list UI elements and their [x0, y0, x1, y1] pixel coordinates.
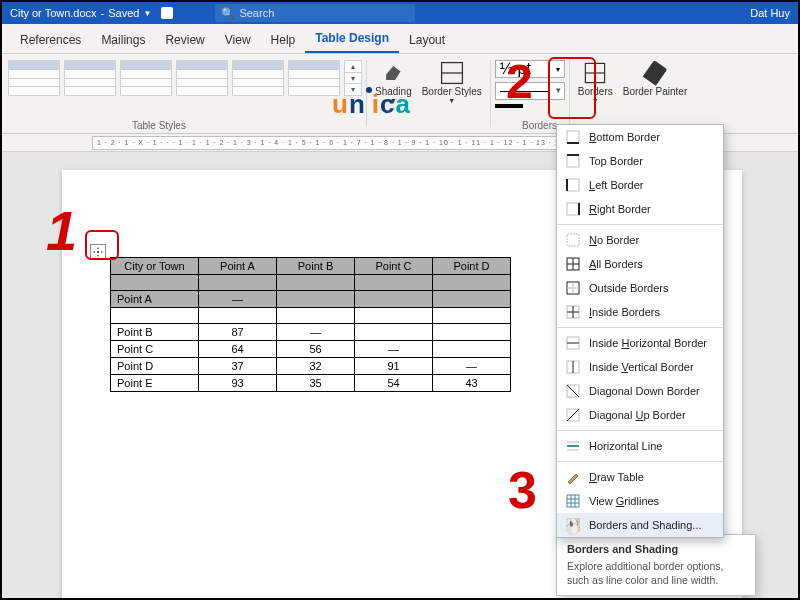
- save-icon[interactable]: [161, 7, 173, 19]
- menu-item-hline[interactable]: Horizontal Line: [557, 434, 723, 458]
- tab-table-design[interactable]: Table Design: [305, 25, 399, 53]
- table-row[interactable]: Point E93355443: [111, 375, 511, 392]
- table-cell[interactable]: [433, 308, 511, 324]
- annotation-number-3: 3: [508, 460, 537, 520]
- table-cell[interactable]: —: [433, 358, 511, 375]
- menu-item-inside_h[interactable]: Inside Horizontal Border: [557, 331, 723, 355]
- menu-item-label: Inside Vertical Border: [589, 361, 694, 373]
- menu-item-gridlines[interactable]: View Gridlines: [557, 489, 723, 513]
- table-cell-label[interactable]: [111, 275, 199, 291]
- table-row[interactable]: [111, 308, 511, 324]
- save-state: Saved: [108, 7, 139, 19]
- table-header[interactable]: Point C: [355, 258, 433, 275]
- table-cell[interactable]: 91: [355, 358, 433, 375]
- svg-rect-11: [567, 203, 579, 215]
- table-header[interactable]: City or Town: [111, 258, 199, 275]
- table-style-thumb[interactable]: [176, 60, 228, 96]
- table-header[interactable]: Point B: [277, 258, 355, 275]
- table-cell[interactable]: [277, 308, 355, 324]
- menu-item-label: All Borders: [589, 258, 643, 270]
- tooltip: Borders and Shading Explore additional b…: [556, 534, 756, 596]
- menu-item-top[interactable]: Top Border: [557, 149, 723, 173]
- table-cell[interactable]: —: [277, 324, 355, 341]
- table-style-thumb[interactable]: [120, 60, 172, 96]
- table-cell[interactable]: [433, 324, 511, 341]
- table-cell[interactable]: 32: [277, 358, 355, 375]
- tab-review[interactable]: Review: [155, 27, 214, 53]
- table-style-thumb[interactable]: [232, 60, 284, 96]
- menu-item-label: Right Border: [589, 203, 651, 215]
- table-style-thumb[interactable]: [8, 60, 60, 96]
- table-cell-label[interactable]: [111, 308, 199, 324]
- borders-dropdown-menu: Bottom BorderTop BorderLeft BorderRight …: [556, 124, 724, 538]
- table-cell[interactable]: [277, 275, 355, 291]
- table-cell[interactable]: —: [355, 341, 433, 358]
- table-cell[interactable]: [433, 291, 511, 308]
- table-cell[interactable]: 43: [433, 375, 511, 392]
- tab-help[interactable]: Help: [261, 27, 306, 53]
- annotation-box-1: [85, 230, 119, 260]
- border-painter-button[interactable]: Border Painter: [619, 58, 691, 133]
- table-row[interactable]: Point C6456—: [111, 341, 511, 358]
- document-table[interactable]: City or Town Point A Point B Point C Poi…: [110, 257, 511, 392]
- inside_h-border-icon: [565, 335, 581, 351]
- menu-item-left[interactable]: Left Border: [557, 173, 723, 197]
- table-cell-label[interactable]: Point C: [111, 341, 199, 358]
- menu-item-outside[interactable]: Outside Borders: [557, 276, 723, 300]
- table-header[interactable]: Point D: [433, 258, 511, 275]
- tab-layout[interactable]: Layout: [399, 27, 455, 53]
- search-input[interactable]: 🔍 Search: [215, 4, 415, 22]
- table-header[interactable]: Point A: [199, 258, 277, 275]
- menu-item-label: No Border: [589, 234, 639, 246]
- svg-line-28: [567, 385, 579, 397]
- table-row[interactable]: Point A—: [111, 291, 511, 308]
- menu-item-draw[interactable]: Draw Table: [557, 465, 723, 489]
- menu-item-right[interactable]: Right Border: [557, 197, 723, 221]
- table-cell[interactable]: [355, 324, 433, 341]
- table-cell[interactable]: [355, 308, 433, 324]
- table-cell[interactable]: —: [199, 291, 277, 308]
- table-row[interactable]: [111, 275, 511, 291]
- table-cell[interactable]: 87: [199, 324, 277, 341]
- table-cell[interactable]: 35: [277, 375, 355, 392]
- menu-item-inside[interactable]: Inside Borders: [557, 300, 723, 324]
- table-cell[interactable]: 64: [199, 341, 277, 358]
- table-header-row[interactable]: City or Town Point A Point B Point C Poi…: [111, 258, 511, 275]
- title-bar: City or Town.docx - Saved ▼ 🔍 Search Dat…: [2, 2, 798, 24]
- table-cell[interactable]: 37: [199, 358, 277, 375]
- menu-item-all[interactable]: All Borders: [557, 252, 723, 276]
- table-cell[interactable]: 54: [355, 375, 433, 392]
- menu-item-diag_up[interactable]: Diagonal Up Border: [557, 403, 723, 427]
- menu-item-diag_down[interactable]: Diagonal Down Border: [557, 379, 723, 403]
- chevron-down-icon[interactable]: ▼: [143, 9, 151, 18]
- table-cell[interactable]: [355, 291, 433, 308]
- table-cell-label[interactable]: Point A: [111, 291, 199, 308]
- document-title[interactable]: City or Town.docx - Saved ▼: [10, 7, 151, 19]
- bottom-border-icon: [565, 129, 581, 145]
- table-row[interactable]: Point D373291—: [111, 358, 511, 375]
- table-cell[interactable]: [277, 291, 355, 308]
- tab-mailings[interactable]: Mailings: [91, 27, 155, 53]
- table-style-thumb[interactable]: [64, 60, 116, 96]
- table-row[interactable]: Point B87—: [111, 324, 511, 341]
- tooltip-body: Explore additional border options, such …: [567, 559, 745, 587]
- table-cell[interactable]: [433, 275, 511, 291]
- table-cell[interactable]: 93: [199, 375, 277, 392]
- diag_up-border-icon: [565, 407, 581, 423]
- tab-view[interactable]: View: [215, 27, 261, 53]
- table-cell-label[interactable]: Point B: [111, 324, 199, 341]
- table-cell[interactable]: [433, 341, 511, 358]
- table-cell-label[interactable]: Point D: [111, 358, 199, 375]
- table-cell[interactable]: [199, 275, 277, 291]
- table-cell-label[interactable]: Point E: [111, 375, 199, 392]
- menu-item-inside_v[interactable]: Inside Vertical Border: [557, 355, 723, 379]
- tab-references[interactable]: References: [10, 27, 91, 53]
- menu-item-none[interactable]: No Border: [557, 228, 723, 252]
- user-name[interactable]: Dat Huy: [750, 7, 790, 19]
- table-cell[interactable]: [199, 308, 277, 324]
- table-cell[interactable]: 56: [277, 341, 355, 358]
- menu-item-bottom[interactable]: Bottom Border: [557, 125, 723, 149]
- svg-rect-9: [567, 179, 579, 191]
- table-cell[interactable]: [355, 275, 433, 291]
- border-styles-button[interactable]: Border Styles ▼: [418, 58, 486, 133]
